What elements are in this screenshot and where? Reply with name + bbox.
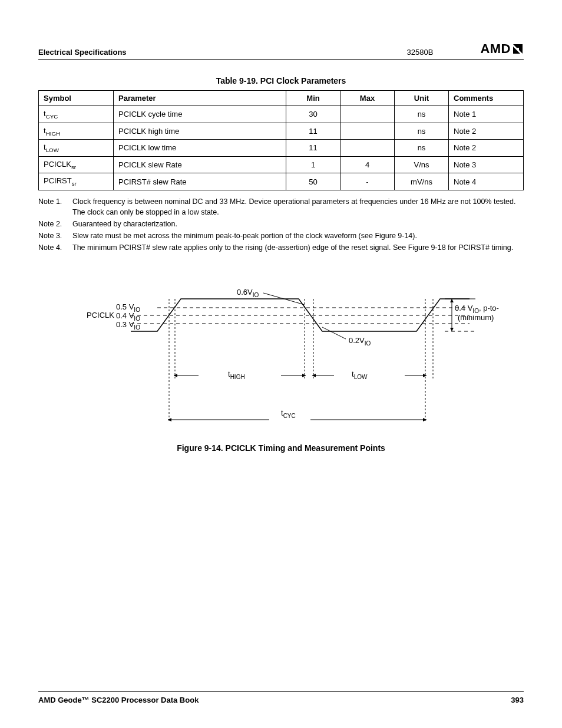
cell-min: 11	[286, 140, 340, 157]
figure-caption: Figure 9-14. PCICLK Timing and Measureme…	[38, 443, 524, 453]
cell-param: PCIRST# slew Rate	[114, 173, 286, 190]
cell-comments: Note 1	[449, 106, 524, 123]
amd-logo: AMD	[480, 41, 524, 57]
header-docnum: 32580B	[407, 48, 434, 57]
label-ptop: 0.4 VIO, p-to-p (minimum)	[455, 304, 499, 322]
col-max: Max	[340, 91, 395, 106]
label-tlow: tLOW	[352, 370, 368, 380]
note-text: Clock frequency is between nominal DC an…	[72, 196, 524, 218]
table-row: tHIGHPCICLK high time11nsNote 2	[39, 123, 524, 140]
footer-left: AMD Geode™ SC2200 Processor Data Book	[38, 696, 199, 704]
timing-diagram: PCICLK 0.5 VIO 0.4 VIO 0.3 VIO 0.6VIO 0.…	[63, 287, 499, 434]
table-row: PCIRSTsrPCIRST# slew Rate50-mV/nsNote 4	[39, 173, 524, 190]
note-label: Note 4.	[38, 242, 72, 253]
col-comments: Comments	[449, 91, 524, 106]
cell-unit: V/ns	[395, 156, 449, 173]
label-tcyc: tCYC	[281, 409, 296, 419]
cell-param: PCICLK low time	[114, 140, 286, 157]
cell-symbol: tHIGH	[39, 123, 114, 140]
note-label: Note 1.	[38, 196, 72, 218]
pci-clock-table: Symbol Parameter Min Max Unit Comments t…	[38, 90, 524, 190]
table-header-row: Symbol Parameter Min Max Unit Comments	[39, 91, 524, 106]
cell-min: 30	[286, 106, 340, 123]
label-pciclk: PCICLK	[87, 311, 114, 319]
col-symbol: Symbol	[39, 91, 114, 106]
note-row: Note 1.Clock frequency is between nomina…	[38, 196, 524, 218]
cell-param: PCICLK cycle time	[114, 106, 286, 123]
col-unit: Unit	[395, 91, 449, 106]
cell-comments: Note 3	[449, 156, 524, 173]
note-row: Note 4.The minimum PCIRST# slew rate app…	[38, 242, 524, 253]
cell-comments: Note 2	[449, 123, 524, 140]
note-label: Note 3.	[38, 230, 72, 241]
cell-comments: Note 2	[449, 140, 524, 157]
svg-line-19	[322, 327, 346, 339]
note-row: Note 2.Guaranteed by characterization.	[38, 219, 524, 229]
table-caption: Table 9-19. PCI Clock Parameters	[38, 76, 524, 85]
notes-block: Note 1.Clock frequency is between nomina…	[38, 196, 524, 255]
note-text: Slew rate must be met across the minimum…	[72, 230, 524, 241]
cell-symbol: tLOW	[39, 140, 114, 157]
cell-symbol: PCICLKsr	[39, 156, 114, 173]
cell-unit: mV/ns	[395, 173, 449, 190]
note-row: Note 3.Slew rate must be met across the …	[38, 230, 524, 241]
cell-max: -	[340, 173, 395, 190]
label-02vio: 0.2VIO	[349, 336, 371, 347]
figure-area: PCICLK 0.5 VIO 0.4 VIO 0.3 VIO 0.6VIO 0.…	[38, 287, 524, 453]
header-section: Electrical Specifications	[38, 48, 127, 57]
table-row: PCICLKsrPCICLK slew Rate14V/nsNote 3	[39, 156, 524, 173]
cell-unit: ns	[395, 140, 449, 157]
footer-right: 393	[511, 696, 524, 704]
cell-symbol: PCIRSTsr	[39, 173, 114, 190]
cell-max	[340, 140, 395, 157]
cell-comments: Note 4	[449, 173, 524, 190]
cell-max	[340, 106, 395, 123]
cell-max: 4	[340, 156, 395, 173]
cell-min: 11	[286, 123, 340, 140]
page-footer: AMD Geode™ SC2200 Processor Data Book 39…	[38, 691, 524, 704]
cell-max	[340, 123, 395, 140]
note-label: Note 2.	[38, 219, 72, 229]
col-parameter: Parameter	[114, 91, 286, 106]
cell-min: 1	[286, 156, 340, 173]
cell-min: 50	[286, 173, 340, 190]
cell-unit: ns	[395, 123, 449, 140]
table-row: tCYCPCICLK cycle time30nsNote 1	[39, 106, 524, 123]
col-min: Min	[286, 91, 340, 106]
page-header: Electrical Specifications 32580B AMD	[38, 41, 524, 60]
table-row: tLOWPCICLK low time11nsNote 2	[39, 140, 524, 157]
amd-arrow-icon	[512, 43, 524, 55]
cell-param: PCICLK slew Rate	[114, 156, 286, 173]
note-text: The minimum PCIRST# slew rate applies on…	[72, 242, 524, 253]
label-06vio: 0.6VIO	[237, 288, 259, 298]
cell-unit: ns	[395, 106, 449, 123]
label-thigh: tHIGH	[228, 370, 245, 380]
cell-param: PCICLK high time	[114, 123, 286, 140]
note-text: Guaranteed by characterization.	[72, 219, 524, 229]
cell-symbol: tCYC	[39, 106, 114, 123]
